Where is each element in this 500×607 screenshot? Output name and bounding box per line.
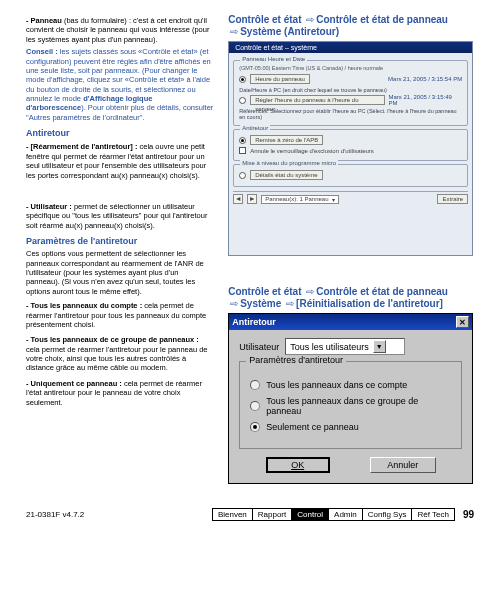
chevron-down-icon: ▾ <box>332 196 335 203</box>
rearmement-item: - [Réarmement de l'antiretour] : cela ou… <box>26 142 214 180</box>
radio-icon <box>250 422 260 432</box>
ts2: Mars 21, 2005 / 3:15:49 PM <box>389 94 463 106</box>
radio-icon <box>250 380 260 390</box>
panneau-text: - Panneau (bas du formulaire) : c'est à … <box>26 16 214 122</box>
params-heading: Paramètres de l'antiretour <box>26 236 214 247</box>
opt-groupe-item: - Tous les panneaux de ce groupe de pann… <box>26 335 214 373</box>
manual-page: - Panneau (bas du formulaire) : c'est à … <box>0 0 500 533</box>
gb-bas-legend: Mise à niveau du programme micro <box>240 160 338 166</box>
row-update: Détails état du système <box>239 170 462 180</box>
opt-groupe[interactable]: Tous les panneaux dans ce groupe de pann… <box>250 396 451 416</box>
ts1: Mars 21, 2005 / 3:15:54 PM <box>388 76 462 82</box>
radio-icon[interactable] <box>239 137 246 144</box>
utilisateur-row: Utilisateur Tous les utilisateurs ▼ <box>239 338 462 355</box>
bc1-c: Système (Antiretour) <box>240 26 339 37</box>
tab-bienven[interactable]: Bienven <box>212 508 253 521</box>
gb-panel-time: Panneau Heure et Date (GMT-05:00) Easter… <box>233 60 468 126</box>
arrow-icon: ⇨ <box>304 14 316 25</box>
bc2-b: Contrôle et état de panneau <box>316 286 448 297</box>
rearmement-text: - [Réarmement de l'antiretour] : cela ou… <box>26 142 214 180</box>
opt-unique[interactable]: Seulement ce panneau <box>250 422 451 432</box>
row-regler: Régler l'heure du panneau à l'heure du s… <box>239 94 462 106</box>
conseil-label: Conseil : <box>26 47 58 56</box>
btn-extraire[interactable]: Extraire <box>437 194 468 204</box>
screenshot-control-etat: Contrôle et état – système Panneau Heure… <box>228 41 473 256</box>
btn-details[interactable]: Détails état du système <box>250 170 322 180</box>
panneau-sel-text: Panneau(x): 1 Panneau <box>265 196 328 202</box>
checkbox-icon[interactable] <box>239 147 246 154</box>
opt-compte-label: - Tous les panneaux du compte : <box>26 301 142 310</box>
opt-compte-label: Tous les panneaux dans ce compte <box>266 380 407 390</box>
shot1-title: Contrôle et état – système <box>229 42 472 53</box>
opt-groupe-text: - Tous les panneaux de ce groupe de pann… <box>26 335 214 373</box>
gb-panel-legend: Panneau Heure et Date <box>240 56 307 62</box>
bc2-d: [Réinitialisation de l'antiretour] <box>296 298 443 309</box>
gb-bas: Mise à niveau du programme micro Détails… <box>233 164 468 187</box>
page-number: 99 <box>463 509 474 520</box>
nav-next[interactable]: ► <box>247 194 257 204</box>
nav-prev[interactable]: ◄ <box>233 194 243 204</box>
bc2-c: Système <box>240 298 281 309</box>
opt-groupe-label: - Tous les panneaux de ce groupe de pann… <box>26 335 199 344</box>
chevron-down-icon: ▼ <box>373 340 386 353</box>
arrow-icon: ⇨ <box>228 26 240 37</box>
panneau-label: - Panneau <box>26 16 62 25</box>
radio-icon[interactable] <box>239 97 246 104</box>
cancel-button[interactable]: Annuler <box>370 457 436 473</box>
utilisateur-label: - Utilisateur : <box>26 202 72 211</box>
opt-unique-text: - Uniquement ce panneau : cela permet de… <box>26 379 214 407</box>
gb-panel-sub: (GMT-05:00) Eastern Time (US & Canada) /… <box>239 65 462 71</box>
fieldset-legend: Paramètres d'antiretour <box>246 355 346 365</box>
dialog-title: Antiretour <box>232 317 276 327</box>
panneau-item: - Panneau (bas du formulaire) : c'est à … <box>26 16 214 122</box>
tab-rapport[interactable]: Rapport <box>252 508 292 521</box>
utilisateur-combo[interactable]: Tous les utilisateurs ▼ <box>285 338 405 355</box>
opt-unique-item: - Uniquement ce panneau : cela permet de… <box>26 379 214 407</box>
gb-ref-text: Références: Sélectionnez pour établir l'… <box>239 108 462 120</box>
chk-label: Annule le verrouillage d'exclusion d'uti… <box>250 148 374 154</box>
tab-admin[interactable]: Admin <box>328 508 363 521</box>
shot1-body: Panneau Heure et Date (GMT-05:00) Easter… <box>229 53 472 208</box>
bc1-b: Contrôle et état de panneau <box>316 14 448 25</box>
row-heure: Heure du panneau Mars 21, 2005 / 3:15:54… <box>239 74 462 84</box>
columns: - Panneau (bas du formulaire) : c'est à … <box>26 14 474 484</box>
opt-compte[interactable]: Tous les panneaux dans ce compte <box>250 380 451 390</box>
close-button[interactable]: ✕ <box>456 316 469 328</box>
close-icon: ✕ <box>459 318 466 327</box>
opt-unique-label: - Uniquement ce panneau : <box>26 379 122 388</box>
dialog-button-row: OK Annuler <box>239 457 462 473</box>
ok-label: OK <box>291 460 304 470</box>
opt-unique-label: Seulement ce panneau <box>266 422 359 432</box>
page-footer: 21-0381F v4.7.2 Bienven Rapport Control … <box>26 508 474 521</box>
radio-icon[interactable] <box>239 172 246 179</box>
breadcrumb-1: Contrôle et état ⇨Contrôle et état de pa… <box>228 14 474 38</box>
btn-heure-panneau[interactable]: Heure du panneau <box>250 74 310 84</box>
antiretour-heading: Antiretour <box>26 128 214 139</box>
footer-tabs: Bienven Rapport Control Admin Config Sys… <box>213 508 455 521</box>
radio-icon[interactable] <box>239 76 246 83</box>
tab-config-sys[interactable]: Config Sys <box>362 508 413 521</box>
panneau-selector[interactable]: Panneau(x): 1 Panneau ▾ <box>261 195 338 204</box>
dialog-titlebar: Antiretour ✕ <box>229 314 472 330</box>
doc-id: 21-0381F v4.7.2 <box>26 510 84 519</box>
gb-anr-legend: Antiretour <box>240 125 270 131</box>
opt-groupe-body: cela permet de réarmer l'antiretour pour… <box>26 345 208 373</box>
bc2-a: Contrôle et état <box>228 286 301 297</box>
utilisateur-item: - Utilisateur : permet de sélectionner u… <box>26 202 214 230</box>
btn-anr-reset[interactable]: Remise à zéro de l'APB <box>250 135 323 145</box>
rearmement-label: - [Réarmement de l'antiretour] : <box>26 142 137 151</box>
opt-groupe-label: Tous les panneaux dans ce groupe de pann… <box>266 396 451 416</box>
params-fieldset: Paramètres d'antiretour Tous les panneau… <box>239 361 462 449</box>
arrow-icon: ⇨ <box>304 286 316 297</box>
right-column: Contrôle et état ⇨Contrôle et état de pa… <box>228 14 474 484</box>
btn-regler-heure[interactable]: Régler l'heure du panneau à l'heure du s… <box>250 95 384 105</box>
arrow-icon: ⇨ <box>228 298 240 309</box>
radio-icon <box>250 401 260 411</box>
ok-button[interactable]: OK <box>266 457 330 473</box>
left-column: - Panneau (bas du formulaire) : c'est à … <box>26 14 214 484</box>
tab-ref-tech[interactable]: Réf Tech <box>411 508 454 521</box>
gb-antiretour: Antiretour Remise à zéro de l'APB Annule… <box>233 129 468 161</box>
opt-compte-item: - Tous les panneaux du compte : cela per… <box>26 301 214 329</box>
gb-mode-text: Date/Heure à PC (en droit chez lequel se… <box>239 87 462 93</box>
tab-control[interactable]: Control <box>291 508 329 521</box>
